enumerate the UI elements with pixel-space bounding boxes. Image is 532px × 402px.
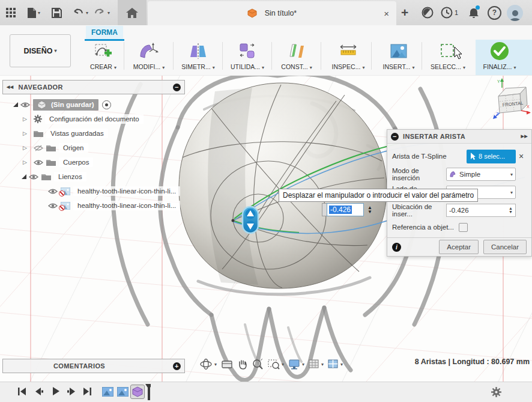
caret-down-icon: ▾: [38, 10, 40, 16]
tree-item-label: Origen: [63, 144, 84, 151]
toolbar-group-symmetry[interactable]: SIMETR...▾: [175, 41, 221, 75]
tree-item-bodies[interactable]: ▷ Cuerpos: [2, 155, 185, 169]
document-root-pill[interactable]: (Sin guardar): [33, 99, 98, 111]
folder-icon: [41, 173, 51, 180]
undo-button[interactable]: ▾: [72, 0, 88, 25]
extensions-icon[interactable]: [422, 0, 434, 25]
timeline-go-start-button[interactable]: [16, 382, 29, 400]
tspline-body[interactable]: [179, 83, 387, 288]
viewcube[interactable]: FRONTAL Y X Z: [492, 78, 531, 124]
tree-item-document-root[interactable]: (Sin guardar): [2, 97, 185, 112]
object-reference-checkbox[interactable]: [459, 223, 468, 232]
avatar[interactable]: [507, 0, 523, 25]
spinner-down-icon[interactable]: ▼: [367, 210, 372, 214]
insert-mode-dropdown[interactable]: Simple ▾: [446, 168, 516, 181]
edge-manipulator-handle[interactable]: [241, 206, 259, 234]
expander-collapsed-icon[interactable]: ▷: [23, 130, 30, 136]
timeline-feature-canvas-1[interactable]: [101, 385, 114, 398]
toolbar-group-finish[interactable]: FINALIZ...▾: [477, 41, 522, 75]
app-grid-icon[interactable]: [6, 0, 16, 25]
toolbar-group-insert[interactable]: INSERT...▾: [376, 41, 422, 75]
input-drag-grip[interactable]: [322, 203, 327, 216]
collapse-panel-icon[interactable]: ◀◀: [7, 85, 14, 90]
expand-dialog-icon[interactable]: ▶▶: [521, 134, 528, 139]
simple-mode-icon: [449, 171, 456, 178]
timeline-step-forward-button[interactable]: [65, 382, 78, 400]
comments-header[interactable]: COMENTARIOS +: [2, 359, 185, 373]
visibility-eye-icon[interactable]: [48, 203, 58, 209]
caret-down-icon: ▾: [362, 65, 364, 70]
edge-selection-button[interactable]: 8 selec...: [467, 150, 516, 163]
zoom-button[interactable]: [251, 358, 265, 371]
tree-item-origin[interactable]: ▷ Origen: [2, 141, 185, 155]
timeline-play-button[interactable]: [49, 382, 62, 400]
timeline-step-back-button[interactable]: [32, 382, 46, 400]
tree-item-canvas-image-2[interactable]: healthy-tooth-linear-icon-thin-li...: [2, 198, 185, 213]
timeline-feature-tspline-body[interactable]: [131, 385, 144, 398]
spinner-down-icon[interactable]: ▼: [509, 210, 513, 214]
redo-button[interactable]: ▾: [94, 0, 110, 25]
field-row-insert-location: Ubicación de inser... -0.426 ▲▼: [392, 201, 527, 219]
tree-item-canvases[interactable]: Lienzos: [2, 169, 185, 184]
active-document-radio[interactable]: [102, 100, 111, 109]
document-tab[interactable]: Sin título* ×: [148, 1, 396, 25]
toolbar-group-inspect[interactable]: INSPEC...▾: [325, 41, 371, 75]
grid-settings-button[interactable]: ▾: [307, 358, 325, 370]
zoom-window-button[interactable]: ▾: [267, 358, 285, 371]
expander-collapsed-icon[interactable]: ▷: [23, 145, 30, 151]
document-tab-title: Sin título*: [265, 9, 297, 17]
parameter-input[interactable]: -0.426: [327, 203, 364, 216]
display-settings-button[interactable]: ▾: [287, 358, 306, 371]
toolbar-group-create[interactable]: CREAR▾: [80, 41, 126, 75]
orbit-button[interactable]: ▾: [198, 357, 218, 371]
tree-item-document-settings[interactable]: ▷ Configuración del documento: [2, 112, 185, 126]
toolbar-group-utilities[interactable]: UTILIDA...▾: [225, 41, 270, 75]
job-status-clock-icon[interactable]: 1: [441, 0, 458, 25]
info-icon[interactable]: i: [392, 243, 401, 252]
accept-button[interactable]: Aceptar: [439, 240, 479, 254]
expander-collapsed-icon[interactable]: ▷: [23, 116, 30, 122]
home-view-button[interactable]: [118, 0, 147, 25]
new-tab-button[interactable]: +: [401, 0, 408, 25]
collapse-tree-icon[interactable]: −: [173, 84, 181, 91]
toolbar-group-construct[interactable]: CONST...▾: [274, 41, 319, 75]
file-menu-button[interactable]: ▾: [28, 0, 40, 25]
tab-close-icon[interactable]: ×: [384, 8, 389, 19]
expander-open-icon[interactable]: [13, 102, 18, 107]
add-comment-icon[interactable]: +: [173, 362, 181, 370]
pan-button[interactable]: [236, 358, 249, 371]
collapse-dialog-icon[interactable]: −: [391, 133, 399, 141]
clear-selection-icon[interactable]: ×: [516, 151, 527, 161]
timeline-feature-canvas-2[interactable]: [116, 385, 129, 398]
timeline-go-end-button[interactable]: [80, 382, 94, 400]
expander-collapsed-icon[interactable]: ▷: [23, 159, 30, 165]
help-icon[interactable]: ?: [488, 0, 501, 25]
visibility-eye-icon[interactable]: [29, 174, 38, 180]
dialog-header[interactable]: − INSERTAR ARISTA ▶▶: [387, 130, 531, 144]
tree-item-canvas-image-1[interactable]: healthy-tooth-linear-icon-thin-li...: [2, 184, 185, 198]
viewports-button[interactable]: ▾: [327, 358, 344, 370]
toolbar-group-select[interactable]: SELECC...▾: [425, 41, 471, 75]
save-button[interactable]: [52, 0, 62, 25]
mouse-cursor: [454, 47, 464, 60]
tab-forma[interactable]: FORMA: [86, 26, 123, 39]
cancel-button[interactable]: Cancelar: [483, 240, 527, 254]
expander-open-icon[interactable]: [22, 174, 26, 179]
timeline-playhead[interactable]: [145, 384, 151, 400]
timeline-settings-gear-icon[interactable]: [491, 387, 501, 400]
browser-panel-header[interactable]: ◀◀ NAVEGADOR −: [2, 80, 185, 94]
visibility-eye-icon[interactable]: [34, 159, 43, 166]
tree-item-named-views[interactable]: ▷ Vistas guardadas: [2, 126, 185, 141]
visibility-eye-off-icon[interactable]: [34, 145, 43, 151]
selection-status: 8 Aristas | Longitud : 80.697 mm: [400, 358, 530, 366]
caret-down-icon: ▾: [107, 10, 110, 16]
visibility-eye-icon[interactable]: [20, 102, 30, 108]
notifications-bell-icon[interactable]: [468, 0, 479, 25]
create-label: CREAR: [90, 63, 112, 70]
symmetry-label: SIMETR...: [181, 63, 210, 70]
look-at-button[interactable]: [220, 358, 234, 370]
workspace-selector-button[interactable]: DISEÑO ▾: [10, 34, 71, 67]
visibility-eye-icon[interactable]: [48, 188, 58, 195]
toolbar-group-modify[interactable]: MODIFI...▾: [126, 41, 172, 75]
insert-location-spinner[interactable]: -0.426 ▲▼: [446, 204, 516, 217]
